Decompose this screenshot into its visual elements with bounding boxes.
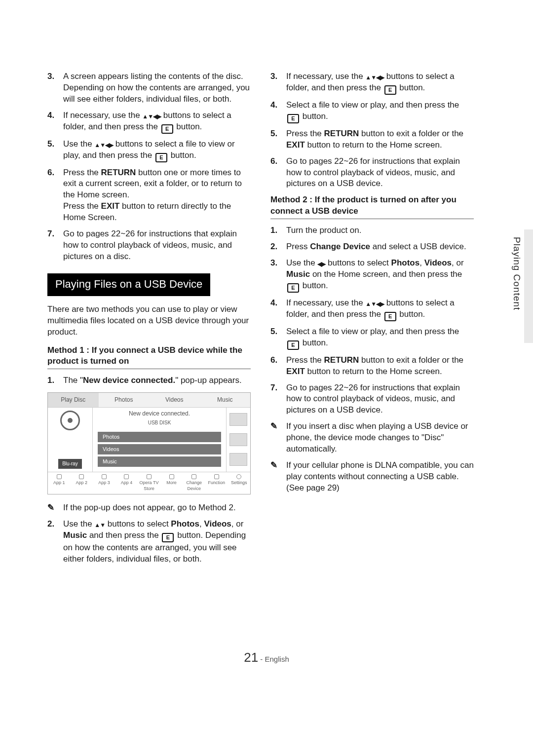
method1-step1-list: 1. The "New device connected." pop-up ap… <box>47 375 251 386</box>
page-number: 21 <box>244 650 258 665</box>
step-number: 4. <box>47 110 56 134</box>
bold-term: Music <box>63 530 87 540</box>
bold-term: EXIT <box>101 201 120 211</box>
step-body: Use the ▲▼ buttons to select Photos, Vid… <box>63 519 251 565</box>
note-line: ✎ If the pop-up does not appear, go to M… <box>47 502 251 514</box>
bold-term: Videos <box>204 519 231 529</box>
page-footer: 21 - English <box>0 649 533 666</box>
category-thumb <box>229 433 247 446</box>
bluray-label: Blu-ray <box>58 459 82 469</box>
section-title-bar: Playing Files on a USB Device <box>47 273 210 296</box>
dpad-icon: ▲▼◀▶ <box>365 300 384 308</box>
step-body: Press the RETURN button one or more time… <box>63 167 251 224</box>
right-steps-continued: 3.If necessary, use the ▲▼◀▶ buttons to … <box>270 71 474 189</box>
step-body: Press the RETURN button to exit a folder… <box>286 128 474 151</box>
dpad-icon: ◀▶ <box>317 260 325 268</box>
enter-button-icon: E <box>384 312 396 321</box>
dpad-icon: ▲▼◀▶ <box>94 141 113 149</box>
bold-term: RETURN <box>324 355 359 365</box>
popup-line1: New device connected. <box>93 408 226 417</box>
step-number: 2. <box>47 519 56 565</box>
step-number: 5. <box>47 139 56 162</box>
step-body: Use the ◀▶ buttons to select Photos, Vid… <box>286 258 474 293</box>
bottom-bar-item: App 4 <box>115 472 138 494</box>
step-body: Press Change Device and select a USB dev… <box>286 241 474 253</box>
ui-screenshot-illustration: Play DiscPhotosVideosMusic Blu-ray New d… <box>47 392 251 494</box>
step-body: Go to pages 22~26 for instructions that … <box>286 382 474 416</box>
dpad-icon: ▲▼◀▶ <box>142 113 161 120</box>
dpad-icon: ▲▼◀▶ <box>365 74 384 81</box>
step-number: 3. <box>270 258 279 293</box>
section-edge-marker <box>524 229 533 343</box>
enter-button-icon: E <box>161 124 173 134</box>
step-number: 5. <box>270 326 279 350</box>
step-body: Go to pages 22~26 for instructions that … <box>286 156 474 190</box>
step-body: Select a file to view or play, and then … <box>286 100 474 123</box>
bold-term: RETURN <box>324 129 359 138</box>
ui-tab: Videos <box>149 393 200 407</box>
step-number: 6. <box>270 156 279 190</box>
bottom-bar-item: Opera TV Store <box>138 472 160 494</box>
step-body: Go to pages 22~26 for instructions that … <box>63 228 251 263</box>
step-number: 4. <box>270 298 279 321</box>
method1-step2-list: 2. Use the ▲▼ buttons to select Photos, … <box>47 519 251 565</box>
step-body: Turn the product on. <box>286 225 474 236</box>
note-line: ✎If you insert a disc when playing a USB… <box>270 421 474 455</box>
ui-tab: Play Disc <box>48 393 99 407</box>
ui-tab: Music <box>200 393 251 407</box>
step-number: 7. <box>47 228 56 263</box>
note-icon: ✎ <box>270 421 281 455</box>
bottom-bar-item: More <box>160 472 183 494</box>
step-body: If necessary, use the ▲▼◀▶ buttons to se… <box>286 298 474 321</box>
right-column: 3.If necessary, use the ▲▼◀▶ buttons to … <box>270 69 474 569</box>
bold-term: Videos <box>424 258 452 267</box>
bottom-bar-item: App 1 <box>48 472 71 494</box>
bottom-bar-item: App 3 <box>93 472 115 494</box>
enter-button-icon: E <box>384 85 396 95</box>
step-body: Select a file to view or play, and then … <box>286 326 474 350</box>
step-body: If necessary, use the ▲▼◀▶ buttons to se… <box>63 110 251 134</box>
bold-term: Photos <box>391 258 420 267</box>
popup-option: Music <box>98 456 221 467</box>
bottom-bar-item: Function <box>205 472 228 494</box>
note-icon: ✎ <box>47 502 58 514</box>
chapter-side-tab: Playing Content <box>510 237 523 310</box>
step-number: 5. <box>270 128 279 151</box>
note-text: If the pop-up does not appear, go to Met… <box>63 502 236 514</box>
enter-button-icon: E <box>287 340 299 350</box>
dpad-icon: ▲▼ <box>94 521 105 529</box>
note-text: If your cellular phone is DLNA compatibl… <box>286 460 474 494</box>
step-number: 4. <box>270 100 279 123</box>
enter-button-icon: E <box>287 114 299 123</box>
step-number: 7. <box>270 382 279 416</box>
bold-term: Music <box>286 269 310 279</box>
category-thumb <box>229 413 247 426</box>
page-body: 3.A screen appears listing the contents … <box>47 69 474 569</box>
bold-term: EXIT <box>286 367 305 376</box>
step-number: 6. <box>47 167 56 224</box>
step-number: 6. <box>270 355 279 378</box>
note-icon: ✎ <box>270 460 281 494</box>
section-intro: There are two methods you can use to pla… <box>47 304 251 338</box>
step-body: A screen appears listing the contents of… <box>63 71 251 105</box>
left-column: 3.A screen appears listing the contents … <box>47 69 251 569</box>
popup-line2: USB DISK <box>93 417 226 426</box>
bottom-bar-item: App 2 <box>71 472 93 494</box>
step-body: If necessary, use the ▲▼◀▶ buttons to se… <box>286 71 474 95</box>
left-steps-continued: 3.A screen appears listing the contents … <box>47 71 251 263</box>
method2-heading: Method 2 : If the product is turned on a… <box>270 194 474 219</box>
bold-term: RETURN <box>101 168 136 177</box>
popup-option: Photos <box>98 432 221 442</box>
category-thumb <box>229 453 247 466</box>
method1-heading: Method 1 : If you connect a USB device w… <box>47 345 251 370</box>
step-number: 2. <box>270 241 279 253</box>
step-number: 3. <box>47 71 56 105</box>
bottom-bar-item: Change Device <box>183 472 205 494</box>
bold-term: New device connected. <box>83 376 175 385</box>
note-text: If you insert a disc when playing a USB … <box>286 421 474 455</box>
bottom-bar-item: Settings <box>228 472 251 494</box>
step-number: 3. <box>270 71 279 95</box>
ui-tab: Photos <box>99 393 150 407</box>
step-number: 1. <box>47 375 56 386</box>
bold-term: Change Device <box>310 242 370 251</box>
